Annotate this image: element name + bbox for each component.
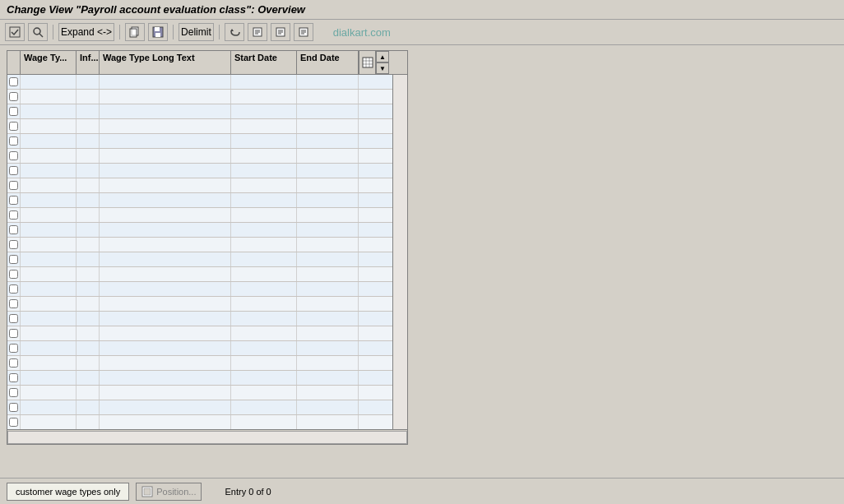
tb-find-btn[interactable] <box>28 23 48 41</box>
tb-delimit-btn[interactable]: Delimit <box>179 23 214 41</box>
table-cell <box>297 297 359 311</box>
table-cell <box>100 178 231 192</box>
table-row[interactable] <box>7 223 392 238</box>
row-checkbox[interactable] <box>9 418 18 427</box>
col-long-text: Wage Type Long Text <box>100 51 231 74</box>
table-cell <box>231 208 297 222</box>
table-cell <box>100 267 231 281</box>
row-checkbox[interactable] <box>9 240 18 249</box>
table-row[interactable] <box>7 119 392 134</box>
row-checkbox[interactable] <box>9 225 18 234</box>
tb-paste2-btn[interactable] <box>271 23 290 41</box>
table-cell <box>297 312 359 326</box>
table-cell <box>297 238 359 252</box>
row-checkbox[interactable] <box>9 344 18 353</box>
table-cell <box>231 282 297 296</box>
table-cell <box>21 282 77 296</box>
table-row[interactable] <box>7 341 392 356</box>
table-config-icon[interactable] <box>359 51 375 74</box>
table-cell <box>100 119 231 133</box>
table-row[interactable] <box>7 267 392 282</box>
table-row[interactable] <box>7 415 392 429</box>
table-row[interactable] <box>7 252 392 267</box>
table-cell <box>297 415 359 429</box>
tb-expand-btn[interactable]: Expand <-> <box>58 23 114 41</box>
table-row[interactable] <box>7 326 392 341</box>
table-cell <box>21 164 77 178</box>
table-row[interactable] <box>7 134 392 149</box>
svg-rect-6 <box>155 27 160 31</box>
table-row[interactable] <box>7 356 392 371</box>
table-cell <box>77 134 100 148</box>
table-row[interactable] <box>7 297 392 312</box>
row-checkbox[interactable] <box>9 136 18 146</box>
table-row[interactable] <box>7 312 392 326</box>
table-cell <box>231 90 297 104</box>
row-checkbox[interactable] <box>9 210 18 220</box>
row-checkbox[interactable] <box>9 151 18 160</box>
table-row[interactable] <box>7 75 392 90</box>
table-cell <box>231 297 297 311</box>
table-cell <box>231 312 297 326</box>
row-checkbox[interactable] <box>9 107 18 116</box>
row-checkbox[interactable] <box>9 403 18 412</box>
tb-paste1-btn[interactable] <box>248 23 267 41</box>
tb-undo-btn[interactable] <box>225 23 244 41</box>
table-cell <box>100 90 231 104</box>
scroll-up-btn[interactable]: ▲ <box>376 51 389 62</box>
table-row[interactable] <box>7 208 392 223</box>
svg-rect-7 <box>155 33 160 37</box>
table-cell <box>77 400 100 414</box>
table-row[interactable] <box>7 178 392 193</box>
tb-check-btn[interactable] <box>5 23 25 41</box>
row-checkbox[interactable] <box>9 358 18 368</box>
table-row[interactable] <box>7 371 392 386</box>
table-cell <box>21 252 77 266</box>
table-row[interactable] <box>7 282 392 297</box>
position-btn[interactable]: Position... <box>136 483 202 501</box>
sep3 <box>173 25 174 39</box>
row-checkbox[interactable] <box>9 122 18 131</box>
vertical-scrollbar[interactable] <box>392 75 407 429</box>
table-row[interactable] <box>7 104 392 119</box>
table-row[interactable] <box>7 149 392 164</box>
row-checkbox[interactable] <box>9 388 18 397</box>
row-checkbox[interactable] <box>9 284 18 294</box>
table-row[interactable] <box>7 193 392 208</box>
row-checkbox[interactable] <box>9 77 18 86</box>
tb-copy1-btn[interactable] <box>125 23 145 41</box>
svg-rect-26 <box>144 488 151 495</box>
table-row[interactable] <box>7 400 392 415</box>
row-checkbox[interactable] <box>9 181 18 190</box>
table-row[interactable] <box>7 238 392 252</box>
row-checkbox[interactable] <box>9 270 18 279</box>
table-cell <box>77 164 100 178</box>
table-cell <box>231 75 297 89</box>
table-cell <box>100 282 231 296</box>
row-checkbox[interactable] <box>9 299 18 308</box>
row-checkbox[interactable] <box>9 196 18 205</box>
tb-save-btn[interactable] <box>148 23 168 41</box>
status-bar: customer wage types only Position... Ent… <box>0 478 844 504</box>
table-cell <box>77 178 100 192</box>
table-cell <box>77 415 100 429</box>
scroll-down-btn[interactable]: ▼ <box>376 62 389 74</box>
row-checkbox[interactable] <box>9 373 18 382</box>
row-checkbox[interactable] <box>9 314 18 323</box>
position-icon <box>141 486 153 497</box>
table-row[interactable] <box>7 164 392 178</box>
table-cell <box>21 297 77 311</box>
row-checkbox[interactable] <box>9 166 18 175</box>
customer-wage-types-btn[interactable]: customer wage types only <box>7 483 129 501</box>
table-cell <box>231 267 297 281</box>
row-checkbox[interactable] <box>9 92 18 101</box>
row-checkbox[interactable] <box>9 255 18 264</box>
toolbar: Expand <-> Delimit <box>0 20 844 45</box>
horizontal-scrollbar[interactable] <box>7 429 407 444</box>
table-cell <box>297 326 359 340</box>
row-checkbox[interactable] <box>9 329 18 338</box>
tb-paste3-btn[interactable] <box>294 23 313 41</box>
table-row[interactable] <box>7 90 392 104</box>
svg-rect-20 <box>363 58 373 67</box>
table-row[interactable] <box>7 386 392 400</box>
